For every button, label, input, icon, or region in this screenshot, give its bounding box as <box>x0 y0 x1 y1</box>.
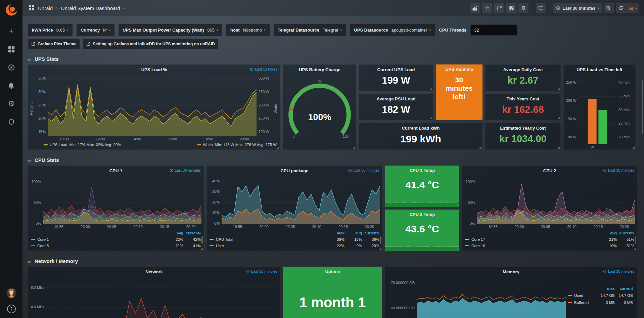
variable-value[interactable]: Telegraf▾ <box>323 28 342 33</box>
variable-ups-max-output-power-capacity-watt[interactable]: UPS Max Output Power Capacity (Watt)865▾ <box>119 24 222 36</box>
panel-cpu-package[interactable]: CPU package Last 30 minutes 0%10%20%30%4… <box>206 166 382 251</box>
panel-title[interactable]: UPS Load % <box>141 67 167 72</box>
zoom-out-button[interactable] <box>604 3 614 13</box>
legend-item[interactable]: Core 1721%51% <box>465 236 634 242</box>
panel-ups-runtime[interactable]: UPS Runtime 30 minutes left! <box>436 64 482 120</box>
apps-grid-icon[interactable] <box>29 5 35 12</box>
chart-plot[interactable] <box>477 177 635 224</box>
section-cpu-stats[interactable]: CPU Stats <box>28 157 639 163</box>
variable-value[interactable]: 865▾ <box>207 28 218 33</box>
legend-item[interactable]: WattsMin: 148 W Max: 278 W Avg: 175 W <box>197 143 277 147</box>
dashboard-title[interactable]: Unraid System Dashboard <box>61 5 120 11</box>
legend-column-avg[interactable]: avg <box>166 231 183 235</box>
refresh-button[interactable] <box>616 3 626 13</box>
panel-title[interactable]: Network <box>145 269 163 274</box>
variable-telegraf-datasource[interactable]: Telegraf DatasourceTelegraf▾ <box>274 24 346 36</box>
settings-gear-button[interactable]: ⚙ <box>518 3 528 13</box>
panel-title[interactable]: UPS Load vs Time left <box>577 67 622 72</box>
dashboard-title-caret-icon[interactable]: ▾ <box>124 6 125 10</box>
panel-estimated-yearly-cost[interactable]: Estimated Yearly Cost kr 1034.00 <box>485 123 561 150</box>
add-panel-button[interactable] <box>470 3 480 13</box>
grafana-logo-icon[interactable] <box>5 3 18 17</box>
panel-time-override[interactable]: Last 30 minutes <box>603 269 634 273</box>
variable-host[interactable]: hostNostromo▾ <box>226 24 270 36</box>
variable-ups-datasource[interactable]: UPS Datasourceapcupsd-container▾ <box>350 24 435 36</box>
chart-plot[interactable] <box>579 76 616 144</box>
legend-item[interactable]: Core 122%42% <box>31 236 201 242</box>
panel-ups-battery-charge[interactable]: UPS Battery Charge 050100100% <box>283 64 356 150</box>
alerting-bell-icon[interactable] <box>7 81 16 90</box>
legend-column-avg[interactable]: avg <box>599 231 617 235</box>
legend-column-current[interactable]: current <box>615 286 633 290</box>
legend-label[interactable]: Core 1 <box>31 237 166 241</box>
panel-time-override[interactable]: Last 30 minutes <box>348 168 379 172</box>
variable-input-cpu-threads[interactable] <box>470 25 517 36</box>
create-icon[interactable]: + <box>7 27 16 36</box>
legend-column-avg[interactable]: avg <box>344 231 362 235</box>
chart-plot[interactable] <box>48 76 257 136</box>
legend-column-current[interactable]: current▾ <box>617 231 634 235</box>
legend-label[interactable]: Core 17 <box>465 237 599 241</box>
legend-label[interactable]: Used <box>568 293 597 298</box>
page-scrollbar[interactable] <box>642 80 643 134</box>
panel-title[interactable]: CPU 2 <box>543 168 556 173</box>
legend-item[interactable]: User22%9%20% <box>210 242 379 249</box>
legend-item[interactable]: UPS LoadMin: 17% Max: 32% Avg: 20% <box>44 143 121 147</box>
legend-column-current[interactable]: current▾ <box>362 231 379 235</box>
user-avatar[interactable] <box>6 288 16 298</box>
share-button[interactable] <box>494 3 504 13</box>
dashboard-link[interactable]: Grafana Plex Theme <box>28 39 80 49</box>
legend-label[interactable]: Buffered <box>568 301 597 305</box>
legend-column-max[interactable]: max <box>597 286 615 290</box>
variable-value[interactable]: Nostromo▾ <box>243 28 266 33</box>
panel-network[interactable]: Network Last 30 minutes 2.0 MBs4.0 MBs6.… <box>28 267 280 318</box>
variable-cpu-threads[interactable]: CPU Threads <box>439 25 517 36</box>
panel-memory[interactable]: Memory Last 30 minutes 50.000000 GB60.00… <box>385 267 637 318</box>
section-network-memory[interactable]: Network / Memory <box>28 258 639 264</box>
panel-ups-load-vs-time-left[interactable]: UPS Load vs Time left 100 W150 W200 W250… <box>563 64 636 150</box>
panel-current-ups-load[interactable]: Current UPS Load 199 W <box>359 64 433 91</box>
legend-label[interactable]: Core 16 <box>465 244 599 248</box>
star-button[interactable]: ☆ <box>482 3 492 13</box>
panel-this-years-cost[interactable]: This Years Cost kr 162.68 <box>485 94 561 120</box>
panel-cpu-1[interactable]: CPU 1 Last 30 minutes 0%50%100% 19:5520:… <box>28 166 204 251</box>
panel-cpu-2-temp[interactable]: CPU 2 Temp 43.6 °C <box>385 210 459 251</box>
panel-cpu-2[interactable]: CPU 2 Last 30 minutes 0%50%100% 19:5520:… <box>462 166 637 251</box>
dashboards-icon[interactable] <box>7 45 16 54</box>
configuration-gear-icon[interactable]: ⚙ <box>7 99 16 108</box>
panel-title[interactable]: UPS Battery Charge <box>299 67 340 72</box>
legend-item[interactable]: Used14.7 GB14.7 GB <box>568 292 637 299</box>
server-admin-shield-icon[interactable] <box>7 118 16 126</box>
explore-icon[interactable] <box>7 63 16 72</box>
panel-time-override[interactable]: Last 30 minutes <box>246 269 277 273</box>
panel-time-override[interactable]: Last 12 hours <box>250 67 277 71</box>
legend-label[interactable]: CPU Total <box>210 237 327 241</box>
legend-item[interactable]: Core 521%41% <box>31 242 201 249</box>
time-range-picker[interactable]: Last 30 minutes ▾ <box>553 3 601 13</box>
variable-value[interactable]: kr▾ <box>103 28 110 33</box>
panel-title[interactable]: CPU 1 <box>109 168 122 173</box>
legend-label[interactable]: Core 5 <box>31 244 166 248</box>
refresh-interval-button[interactable]: 5s ▾ <box>626 3 640 13</box>
panel-uptime[interactable]: Uptime 1 month 1 <box>283 267 382 318</box>
panel-title[interactable]: CPU package <box>280 168 308 173</box>
panel-average-psu-load[interactable]: Average PSU Load 182 W <box>359 94 433 120</box>
panel-time-override[interactable]: Last 30 minutes <box>170 168 201 172</box>
chart-plot[interactable] <box>43 177 201 224</box>
panel-title[interactable]: Memory <box>503 269 519 274</box>
panel-current-load-kwh[interactable]: Current Load kWh 199 kWh <box>359 123 482 150</box>
panel-average-daily-cost[interactable]: Average Daily Cost kr 2.67 <box>485 64 561 91</box>
variable-value[interactable]: 0.65▾ <box>56 28 68 33</box>
variable-kwh-price[interactable]: kWh Price0.65▾ <box>28 24 73 36</box>
help-icon[interactable]: ? <box>7 305 16 313</box>
chart-plot[interactable] <box>417 278 566 318</box>
dashboard-link[interactable]: Setting up Grafana and InfluxDB for UPS … <box>83 39 218 49</box>
variable-currency[interactable]: Currencykr▾ <box>77 24 114 36</box>
save-button[interactable] <box>506 3 516 13</box>
legend-item[interactable]: CPU Total38%18%36% <box>210 236 379 242</box>
legend-column-current[interactable]: current▾ <box>183 231 201 235</box>
cycle-view-monitor-button[interactable] <box>536 3 546 13</box>
legend-label[interactable]: User <box>210 244 327 248</box>
legend-item[interactable]: Core 1619%51% <box>465 242 634 249</box>
variable-value[interactable]: apcupsd-container▾ <box>391 28 431 33</box>
